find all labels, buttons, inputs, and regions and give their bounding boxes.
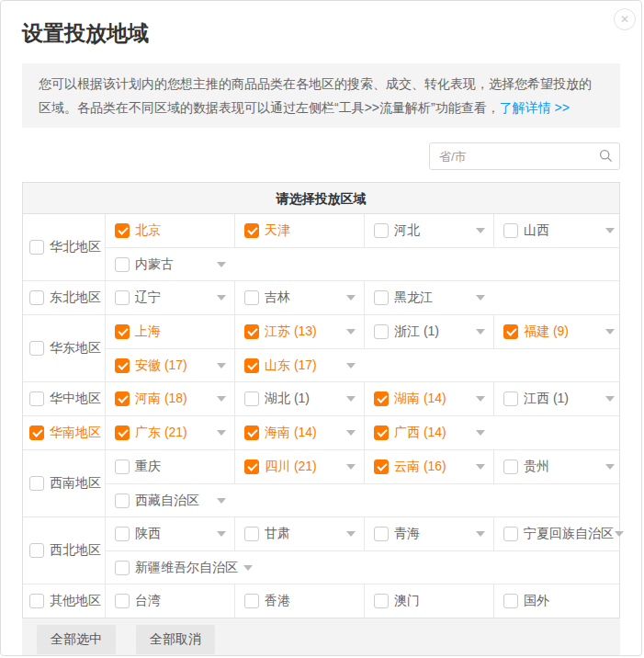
dropdown-arrow-icon[interactable] [217, 396, 226, 402]
dropdown-arrow-icon[interactable] [605, 396, 615, 402]
region-checkbox[interactable] [29, 391, 44, 406]
dropdown-arrow-icon[interactable] [476, 228, 485, 233]
province-cell[interactable]: 北京 [106, 214, 235, 247]
province-cell[interactable]: 宁夏回族自治区 [494, 517, 624, 550]
region-cell[interactable]: 其他地区 [23, 584, 106, 618]
province-checkbox[interactable] [244, 594, 259, 608]
search-input[interactable] [429, 142, 620, 170]
province-cell[interactable]: 河北 [365, 214, 494, 247]
province-cell[interactable]: 国外 [494, 584, 624, 618]
province-label[interactable]: 重庆 [135, 459, 211, 475]
province-cell[interactable]: 云南 (16) [365, 450, 494, 483]
dropdown-arrow-icon[interactable] [615, 531, 624, 537]
dropdown-arrow-icon[interactable] [476, 531, 485, 537]
dropdown-arrow-icon[interactable] [346, 329, 356, 335]
province-checkbox[interactable] [503, 391, 518, 406]
province-label[interactable]: 天津 [265, 222, 341, 239]
province-cell[interactable]: 海南 (14) [235, 416, 365, 449]
region-checkbox[interactable] [29, 476, 44, 491]
province-label[interactable]: 内蒙古 [135, 256, 211, 273]
province-cell[interactable]: 黑龙江 [365, 281, 619, 314]
province-cell[interactable]: 西藏自治区 [106, 484, 619, 516]
dropdown-arrow-icon[interactable] [346, 464, 356, 470]
province-cell[interactable]: 广东 (21) [106, 416, 235, 449]
province-cell[interactable]: 重庆 [106, 450, 235, 483]
province-cell[interactable]: 湖北 (1) [235, 382, 365, 415]
province-cell[interactable]: 福建 (9) [494, 315, 624, 348]
province-cell[interactable]: 陕西 [106, 517, 235, 550]
province-checkbox[interactable] [115, 391, 130, 406]
province-label[interactable]: 宁夏回族自治区 [524, 526, 609, 542]
province-checkbox[interactable] [115, 223, 130, 238]
province-label[interactable]: 吉林 [265, 289, 341, 306]
details-link[interactable]: 了解详情 >> [500, 100, 570, 115]
region-cell[interactable]: 华中地区 [23, 382, 106, 415]
province-cell[interactable]: 湖南 (14) [365, 382, 494, 415]
province-cell[interactable]: 上海 [106, 315, 235, 348]
province-checkbox[interactable] [244, 459, 259, 474]
province-checkbox[interactable] [503, 223, 518, 238]
province-label[interactable]: 甘肃 [265, 526, 341, 542]
dropdown-arrow-icon[interactable] [605, 329, 615, 335]
region-label[interactable]: 西北地区 [50, 542, 101, 559]
province-label[interactable]: 江西 (1) [524, 391, 600, 407]
province-checkbox[interactable] [244, 358, 259, 373]
province-label[interactable]: 陕西 [135, 526, 211, 542]
dropdown-arrow-icon[interactable] [346, 531, 356, 537]
province-cell[interactable]: 河南 (18) [106, 382, 235, 415]
province-cell[interactable]: 香港 [235, 584, 365, 618]
province-checkbox[interactable] [244, 527, 259, 541]
province-label[interactable]: 新疆维吾尔自治区 [135, 560, 238, 576]
region-label[interactable]: 华南地区 [50, 425, 101, 441]
dropdown-arrow-icon[interactable] [476, 430, 485, 436]
province-label[interactable]: 福建 (9) [524, 323, 600, 340]
region-cell[interactable]: 东北地区 [23, 281, 106, 314]
province-cell[interactable]: 内蒙古 [106, 248, 619, 280]
dropdown-arrow-icon[interactable] [217, 531, 226, 537]
region-cell[interactable]: 华南地区 [23, 416, 106, 449]
province-label[interactable]: 浙江 (1) [394, 323, 470, 340]
province-checkbox[interactable] [374, 425, 389, 440]
province-label[interactable]: 黑龙江 [394, 289, 470, 306]
province-label[interactable]: 安徽 (17) [135, 357, 211, 374]
province-cell[interactable]: 天津 [235, 214, 365, 247]
region-cell[interactable]: 华北地区 [23, 214, 106, 280]
province-checkbox[interactable] [115, 358, 130, 373]
region-label[interactable]: 其他地区 [50, 593, 101, 609]
dropdown-arrow-icon[interactable] [476, 295, 485, 301]
dropdown-arrow-icon[interactable] [217, 295, 226, 301]
province-cell[interactable]: 浙江 (1) [365, 315, 494, 348]
region-label[interactable]: 西南地区 [50, 475, 101, 492]
province-checkbox[interactable] [115, 561, 130, 575]
close-icon[interactable]: ✕ [614, 8, 636, 30]
province-checkbox[interactable] [244, 223, 259, 238]
province-checkbox[interactable] [374, 391, 389, 406]
dropdown-arrow-icon[interactable] [605, 464, 615, 470]
dropdown-arrow-icon[interactable] [243, 565, 253, 571]
province-checkbox[interactable] [503, 459, 518, 474]
province-label[interactable]: 台湾 [135, 593, 211, 609]
province-label[interactable]: 贵州 [524, 459, 600, 475]
region-label[interactable]: 华北地区 [50, 239, 101, 255]
province-cell[interactable]: 四川 (21) [235, 450, 365, 483]
province-cell[interactable]: 山东 (17) [235, 349, 619, 381]
province-checkbox[interactable] [374, 459, 389, 474]
region-checkbox[interactable] [29, 341, 44, 356]
region-label[interactable]: 华中地区 [50, 391, 101, 407]
province-cell[interactable]: 江西 (1) [494, 382, 624, 415]
province-checkbox[interactable] [374, 290, 389, 305]
province-checkbox[interactable] [244, 425, 259, 440]
province-label[interactable]: 四川 (21) [265, 459, 341, 475]
province-label[interactable]: 香港 [265, 593, 341, 609]
province-checkbox[interactable] [115, 257, 130, 272]
province-label[interactable]: 西藏自治区 [135, 493, 211, 509]
region-checkbox[interactable] [29, 543, 44, 558]
province-checkbox[interactable] [115, 527, 130, 541]
dropdown-arrow-icon[interactable] [217, 498, 226, 504]
dropdown-arrow-icon[interactable] [346, 430, 356, 436]
region-checkbox[interactable] [29, 240, 44, 255]
region-cell[interactable]: 西北地区 [23, 517, 106, 584]
dropdown-arrow-icon[interactable] [605, 228, 615, 233]
province-label[interactable]: 国外 [524, 593, 600, 609]
province-cell[interactable]: 山西 [494, 214, 624, 247]
